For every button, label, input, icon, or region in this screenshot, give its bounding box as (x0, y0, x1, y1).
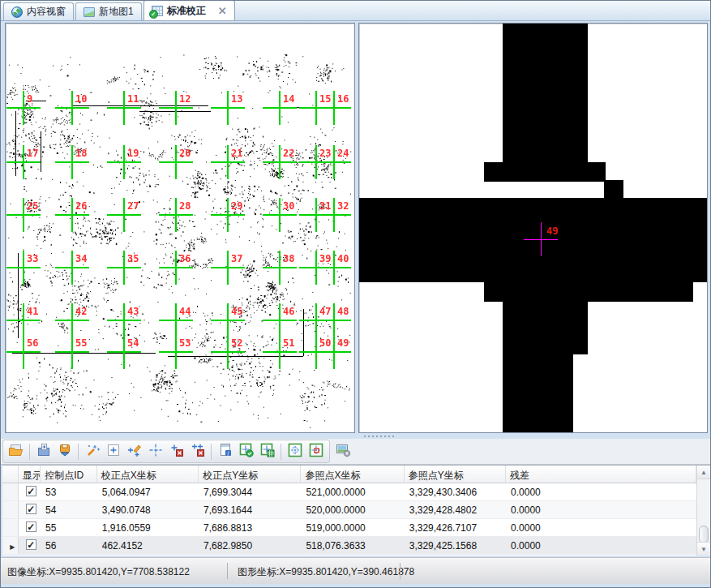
scroll-down-button[interactable]: ▼ (697, 542, 710, 556)
point-id-cell: 56 (41, 537, 97, 554)
control-point-label: 17 (27, 148, 38, 158)
cross-v-bar (23, 251, 24, 285)
open-file-button[interactable] (6, 441, 26, 461)
save-points-button[interactable] (54, 441, 75, 461)
verify-points-button[interactable] (236, 441, 256, 461)
residual-cell: 0.0000 (506, 483, 696, 500)
column-header[interactable]: 参照点X坐标 (301, 466, 404, 483)
cross-v-bar (279, 251, 281, 285)
adjust-point-button[interactable] (145, 441, 165, 461)
verify-points-icon (239, 443, 254, 461)
horizontal-splitter[interactable] (1, 433, 710, 439)
control-point-label: 16 (337, 94, 349, 104)
display-checkbox[interactable]: ✓ (26, 539, 36, 550)
cross-v-bar (333, 335, 335, 369)
delete-point-button[interactable] (166, 441, 186, 461)
reference-y-cell: 3,329,425.1568 (405, 537, 506, 554)
control-points-table[interactable]: 显示控制点ID校正点X坐标校正点Y坐标参照点X坐标参照点Y坐标残差 ✓535,0… (2, 465, 710, 556)
zoom-viewport[interactable]: 49 (358, 23, 708, 433)
control-point-label: 13 (231, 94, 242, 104)
zoomed-cross-raster (503, 24, 588, 163)
control-point-label: 24 (337, 148, 349, 158)
table-vertical-scrollbar[interactable]: ▲ ▼ (696, 466, 710, 556)
table-row[interactable]: ✓535,064.09477,699.3044521,000.00003,329… (2, 483, 696, 501)
control-point-label: 40 (337, 254, 349, 264)
display-checkbox[interactable]: ✓ (26, 486, 36, 496)
control-point-label: 20 (179, 148, 191, 158)
tab-standard-correction[interactable]: 标准校正 ✕ (143, 0, 235, 20)
delete-all-points-button[interactable] (187, 441, 208, 461)
cross-v-bar (227, 303, 229, 337)
auto-match-button[interactable] (82, 441, 102, 461)
scroll-up-button[interactable]: ▲ (697, 466, 710, 479)
control-point-label: 42 (75, 307, 87, 316)
zoomed-cross-raster (604, 180, 623, 200)
cross-v-bar (227, 145, 229, 179)
table-row[interactable]: ✓551,916.05597,686.8813519,000.00003,329… (2, 519, 696, 537)
control-point-label: 21 (231, 148, 242, 158)
display-checkbox[interactable]: ✓ (26, 504, 36, 514)
point-id-cell: 55 (41, 519, 97, 536)
cross-v-bar (175, 91, 177, 125)
control-point-label: 35 (127, 254, 139, 264)
image-settings-button[interactable] (333, 441, 353, 461)
display-checkbox[interactable]: ✓ (26, 521, 36, 532)
control-point-label: 51 (283, 338, 294, 348)
control-point-label: 32 (337, 201, 349, 211)
control-point-cross[interactable] (6, 91, 41, 125)
control-point-label: 22 (283, 148, 294, 158)
control-point-label: 25 (27, 201, 38, 211)
status-bar: 图像坐标:X=9935.801420,Y=7708.538122 图形坐标:X=… (1, 557, 710, 584)
column-header[interactable]: 控制点ID (41, 466, 97, 483)
compute-grid-icon (260, 443, 275, 461)
locate-point-button[interactable] (306, 441, 326, 461)
column-header[interactable]: 校正点X坐标 (97, 466, 199, 483)
toolbar-separator (329, 444, 330, 460)
control-point-label: 36 (179, 254, 191, 264)
cross-v-bar (279, 91, 281, 125)
add-point-button[interactable] (103, 441, 123, 461)
locate-box-icon (309, 443, 323, 461)
column-header[interactable]: 显示 (19, 466, 41, 483)
zoomed-cross-raster (359, 198, 707, 282)
tab-new-map-1[interactable]: 新地图1 (75, 2, 142, 20)
control-point-label: 55 (75, 338, 87, 348)
table-header: 显示控制点ID校正点X坐标校正点Y坐标参照点X坐标参照点Y坐标残差 (2, 466, 696, 483)
tab-content-view[interactable]: 内容视窗 (3, 2, 74, 20)
image-coordinates-text: 图像坐标:X=9935.801420,Y=7708.538122 (7, 565, 190, 579)
zoom-box-icon (288, 443, 302, 461)
scroll-up-icon: ▲ (700, 469, 707, 476)
control-point-label: 11 (127, 94, 139, 104)
delete-all-points-icon (191, 443, 205, 461)
table-row[interactable]: ▶✓56462.41527,682.9850518,076.36333,329,… (2, 537, 696, 555)
reference-y-cell: 3,329,428.4802 (405, 501, 506, 518)
import-points-button[interactable] (33, 441, 54, 461)
cross-v-bar (123, 145, 125, 179)
compute-correction-button[interactable] (257, 441, 277, 461)
control-point-label: 56 (27, 338, 38, 348)
scrollbar-thumb[interactable] (699, 526, 709, 543)
cross-v-bar (123, 303, 125, 337)
edit-point-button[interactable] (124, 441, 144, 461)
grid-check-icon (152, 6, 163, 16)
zoom-to-point-button[interactable] (285, 441, 305, 461)
current-row-marker[interactable]: ▶ (2, 537, 19, 554)
column-header[interactable]: 校正点Y坐标 (199, 466, 301, 483)
row-selector-cell[interactable] (2, 501, 19, 518)
row-selector-cell[interactable] (2, 519, 19, 536)
control-point-label: 41 (27, 307, 38, 316)
open-folder-icon (8, 443, 24, 461)
close-icon[interactable]: ✕ (218, 6, 227, 16)
cross-v-bar (71, 145, 73, 179)
tab-bar: 内容视窗 新地图1 标准校正 ✕ (1, 1, 710, 21)
point-info-button[interactable]: f (215, 441, 235, 461)
cross-v-bar (71, 251, 73, 285)
control-point-label: 12 (179, 94, 191, 104)
row-selector-cell[interactable] (2, 483, 19, 500)
map-viewport[interactable]: 9101112131415161718192021222324252627282… (5, 23, 355, 433)
table-row[interactable]: ✓543,490.07487,693.1644520,000.00003,329… (2, 501, 696, 519)
control-point-label: 38 (283, 254, 294, 264)
column-header[interactable]: 残差 (506, 466, 696, 483)
column-header[interactable]: 参照点Y坐标 (405, 466, 506, 483)
cross-v-bar (333, 198, 335, 232)
